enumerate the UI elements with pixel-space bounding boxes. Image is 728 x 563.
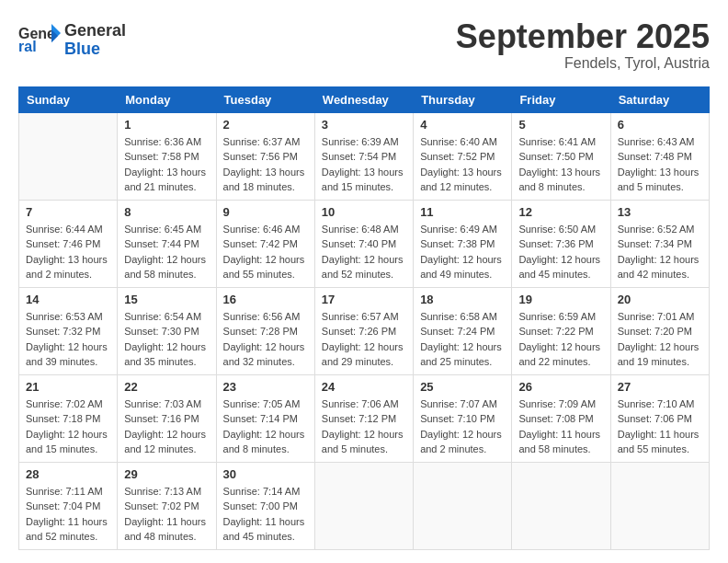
day-info-line: Sunset: 7:58 PM	[124, 149, 209, 165]
day-info-line: and 55 minutes.	[618, 442, 702, 457]
day-number: 3	[322, 118, 406, 132]
column-header-tuesday: Tuesday	[216, 86, 314, 112]
day-info-line: Sunset: 7:20 PM	[618, 324, 702, 339]
day-info: Sunrise: 7:09 AMSunset: 7:08 PMDaylight:…	[518, 396, 603, 457]
calendar-cell: 16Sunrise: 6:56 AMSunset: 7:28 PMDayligh…	[216, 287, 314, 374]
day-info-line: Daylight: 11 hours	[26, 514, 110, 530]
day-info-line: and 2 minutes.	[26, 267, 110, 282]
calendar-cell	[512, 462, 610, 549]
day-info-line: Sunset: 7:46 PM	[26, 236, 110, 252]
column-header-friday: Friday	[512, 86, 610, 112]
day-info-line: Daylight: 11 hours	[618, 427, 702, 442]
day-info-line: and 22 minutes.	[518, 354, 603, 370]
day-info-line: and 2 minutes.	[420, 442, 505, 457]
day-info: Sunrise: 6:52 AMSunset: 7:34 PMDaylight:…	[618, 222, 702, 282]
day-info-line: Sunrise: 7:05 AM	[223, 396, 308, 412]
day-info-line: Sunset: 7:36 PM	[518, 236, 603, 252]
calendar-cell: 6Sunrise: 6:43 AMSunset: 7:48 PMDaylight…	[610, 112, 709, 200]
day-info-line: Daylight: 13 hours	[322, 165, 406, 180]
calendar-cell: 20Sunrise: 7:01 AMSunset: 7:20 PMDayligh…	[610, 287, 709, 374]
calendar-cell: 14Sunrise: 6:53 AMSunset: 7:32 PMDayligh…	[19, 287, 118, 374]
day-info-line: and 45 minutes.	[223, 529, 308, 545]
day-info-line: and 52 minutes.	[26, 529, 110, 545]
day-info-line: and 15 minutes.	[26, 442, 110, 457]
day-info: Sunrise: 6:36 AMSunset: 7:58 PMDaylight:…	[124, 134, 209, 195]
day-info: Sunrise: 7:01 AMSunset: 7:20 PMDaylight:…	[618, 309, 702, 370]
calendar-week-row: 14Sunrise: 6:53 AMSunset: 7:32 PMDayligh…	[19, 287, 710, 374]
day-info-line: Daylight: 12 hours	[124, 252, 209, 268]
day-number: 10	[322, 205, 406, 219]
day-info-line: Sunset: 7:42 PM	[223, 236, 308, 252]
day-info-line: Sunset: 7:52 PM	[420, 149, 505, 165]
day-info-line: Sunset: 7:16 PM	[124, 411, 209, 427]
svg-text:ral: ral	[18, 39, 37, 54]
calendar-cell: 5Sunrise: 6:41 AMSunset: 7:50 PMDaylight…	[512, 112, 610, 200]
calendar-cell: 19Sunrise: 6:59 AMSunset: 7:22 PMDayligh…	[512, 287, 610, 374]
calendar-cell: 13Sunrise: 6:52 AMSunset: 7:34 PMDayligh…	[610, 200, 709, 287]
day-info-line: Daylight: 12 hours	[322, 427, 406, 442]
day-info-line: Sunset: 7:26 PM	[322, 324, 406, 339]
day-info-line: Daylight: 12 hours	[618, 339, 702, 355]
day-info-line: and 42 minutes.	[618, 267, 702, 282]
day-info: Sunrise: 6:49 AMSunset: 7:38 PMDaylight:…	[420, 222, 505, 282]
day-info: Sunrise: 7:05 AMSunset: 7:14 PMDaylight:…	[223, 396, 308, 457]
day-number: 11	[420, 205, 505, 219]
day-info-line: and 19 minutes.	[618, 354, 702, 370]
calendar-table: SundayMondayTuesdayWednesdayThursdayFrid…	[18, 86, 710, 550]
day-info-line: Daylight: 12 hours	[518, 252, 603, 268]
day-number: 1	[124, 118, 209, 132]
day-info-line: and 8 minutes.	[223, 442, 308, 457]
logo: Gene ral General Blue	[18, 18, 126, 59]
day-number: 29	[124, 467, 209, 481]
day-number: 13	[618, 205, 702, 219]
day-info-line: Daylight: 13 hours	[518, 165, 603, 180]
day-info-line: Daylight: 13 hours	[420, 165, 505, 180]
day-info-line: Sunset: 7:02 PM	[124, 499, 209, 514]
calendar-cell: 25Sunrise: 7:07 AMSunset: 7:10 PMDayligh…	[414, 374, 512, 462]
calendar-cell: 21Sunrise: 7:02 AMSunset: 7:18 PMDayligh…	[19, 374, 118, 462]
day-info: Sunrise: 6:41 AMSunset: 7:50 PMDaylight:…	[518, 134, 603, 195]
day-info-line: and 5 minutes.	[618, 179, 702, 195]
calendar-week-row: 7Sunrise: 6:44 AMSunset: 7:46 PMDaylight…	[19, 200, 710, 287]
calendar-cell: 30Sunrise: 7:14 AMSunset: 7:00 PMDayligh…	[216, 462, 314, 549]
calendar-cell	[414, 462, 512, 549]
column-header-saturday: Saturday	[610, 86, 709, 112]
day-info-line: Sunrise: 7:07 AM	[420, 396, 505, 412]
day-number: 17	[322, 293, 406, 306]
day-info-line: Sunrise: 7:02 AM	[26, 396, 110, 412]
day-number: 15	[124, 293, 209, 306]
day-info-line: Sunrise: 6:58 AM	[420, 309, 505, 325]
day-number: 24	[322, 380, 406, 394]
day-info-line: and 12 minutes.	[420, 179, 505, 195]
day-number: 5	[518, 118, 603, 132]
day-info-line: and 5 minutes.	[322, 442, 406, 457]
day-info-line: Daylight: 12 hours	[322, 339, 406, 355]
day-info-line: and 12 minutes.	[124, 442, 209, 457]
day-info-line: and 8 minutes.	[518, 179, 603, 195]
calendar-cell: 11Sunrise: 6:49 AMSunset: 7:38 PMDayligh…	[414, 200, 512, 287]
day-info-line: Daylight: 12 hours	[26, 339, 110, 355]
day-info: Sunrise: 6:58 AMSunset: 7:24 PMDaylight:…	[420, 309, 505, 370]
day-info-line: Sunset: 7:44 PM	[124, 236, 209, 252]
day-info: Sunrise: 6:53 AMSunset: 7:32 PMDaylight:…	[26, 309, 110, 370]
calendar-cell: 18Sunrise: 6:58 AMSunset: 7:24 PMDayligh…	[414, 287, 512, 374]
day-info-line: and 58 minutes.	[518, 442, 603, 457]
calendar-cell: 8Sunrise: 6:45 AMSunset: 7:44 PMDaylight…	[118, 200, 216, 287]
day-info-line: and 25 minutes.	[420, 354, 505, 370]
day-info-line: Sunset: 7:32 PM	[26, 324, 110, 339]
calendar-cell: 26Sunrise: 7:09 AMSunset: 7:08 PMDayligh…	[512, 374, 610, 462]
day-info-line: Sunrise: 7:13 AM	[124, 484, 209, 500]
day-info-line: Sunset: 7:38 PM	[420, 236, 505, 252]
location: Fendels, Tyrol, Austria	[456, 55, 710, 72]
day-info-line: Sunset: 7:30 PM	[124, 324, 209, 339]
calendar-week-row: 1Sunrise: 6:36 AMSunset: 7:58 PMDaylight…	[19, 112, 710, 200]
day-info-line: Sunrise: 6:39 AM	[322, 134, 406, 150]
day-info-line: Daylight: 12 hours	[223, 427, 308, 442]
calendar-cell: 2Sunrise: 6:37 AMSunset: 7:56 PMDaylight…	[216, 112, 314, 200]
day-number: 22	[124, 380, 209, 394]
day-info-line: Daylight: 12 hours	[618, 252, 702, 268]
day-info-line: Sunset: 7:00 PM	[223, 499, 308, 514]
day-number: 18	[420, 293, 505, 306]
day-number: 20	[618, 293, 702, 306]
day-info: Sunrise: 7:13 AMSunset: 7:02 PMDaylight:…	[124, 484, 209, 545]
